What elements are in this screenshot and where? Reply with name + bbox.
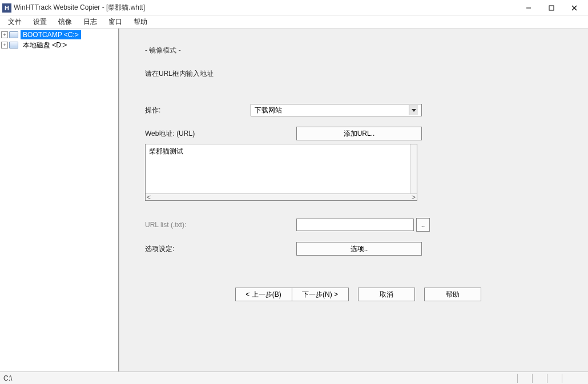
wizard-panel: - 镜像模式 - 请在URL框内输入地址 操作: 下载网站 Web地址: (UR…: [119, 29, 588, 371]
add-url-button[interactable]: 添加URL..: [296, 127, 422, 140]
tree-row-d[interactable]: + 本地磁盘 <D:>: [0, 40, 118, 50]
tree-toggle-icon[interactable]: +: [1, 42, 8, 48]
next-button[interactable]: 下一步(N) >: [292, 288, 349, 301]
menu-help[interactable]: 帮助: [129, 16, 152, 28]
row-options: 选项设定: 选项..: [145, 242, 571, 256]
statusbar: C:\: [0, 371, 588, 384]
url-list-input[interactable]: [296, 219, 414, 231]
menu-file[interactable]: 文件: [3, 16, 26, 28]
status-segment: [532, 374, 547, 383]
options-button[interactable]: 选项..: [296, 242, 422, 256]
row-action: 操作: 下载网站: [145, 104, 571, 116]
app-icon: H: [2, 3, 11, 13]
status-path: C:\: [3, 374, 12, 382]
drive-tree: + BOOTCAMP <C:> + 本地磁盘 <D:>: [0, 29, 119, 371]
titlebar: H WinHTTrack Website Copier - [柴郡猫.whtt]: [0, 0, 588, 16]
help-button[interactable]: 帮助: [424, 288, 481, 301]
tree-row-c[interactable]: + BOOTCAMP <C:>: [0, 30, 118, 40]
svg-marker-4: [412, 109, 416, 112]
status-segment: [562, 374, 585, 383]
drive-icon: [9, 31, 18, 38]
chevron-down-icon: [409, 105, 418, 115]
label-options: 选项设定:: [145, 244, 251, 254]
action-select[interactable]: 下载网站: [251, 104, 422, 116]
label-url-list: URL list (.txt):: [145, 221, 251, 229]
menu-window[interactable]: 窗口: [104, 16, 127, 28]
scrollbar-horizontal[interactable]: <>: [146, 193, 417, 200]
menubar: 文件 设置 镜像 日志 窗口 帮助: [0, 16, 588, 29]
main-area: + BOOTCAMP <C:> + 本地磁盘 <D:> - 镜像模式 - 请在U…: [0, 29, 588, 371]
window-title: WinHTTrack Website Copier - [柴郡猫.whtt]: [14, 3, 145, 13]
cancel-button[interactable]: 取消: [358, 288, 415, 301]
tree-label-c: BOOTCAMP <C:>: [21, 30, 81, 39]
menu-log[interactable]: 日志: [79, 16, 102, 28]
mode-hint: 请在URL框内输入地址: [145, 69, 571, 79]
drive-icon: [9, 42, 18, 48]
status-segment: [547, 374, 562, 383]
menu-settings[interactable]: 设置: [29, 16, 51, 28]
prev-button[interactable]: < 上一步(B): [235, 288, 292, 301]
tree-toggle-icon[interactable]: +: [1, 31, 8, 38]
menu-mirror[interactable]: 镜像: [54, 16, 76, 28]
close-button[interactable]: [563, 0, 586, 16]
label-web-url: Web地址: (URL): [145, 129, 251, 139]
maximize-button[interactable]: [540, 0, 563, 16]
svg-rect-1: [549, 6, 554, 10]
wizard-buttons: < 上一步(B) 下一步(N) > 取消 帮助: [145, 288, 571, 301]
browse-button[interactable]: ..: [416, 218, 430, 232]
status-segments: [517, 374, 585, 383]
row-url-list: URL list (.txt): ..: [145, 218, 571, 232]
minimize-button[interactable]: [517, 0, 540, 16]
tree-label-d: 本地磁盘 <D:>: [21, 40, 69, 51]
status-segment: [517, 374, 532, 383]
mode-title: - 镜像模式 -: [145, 46, 571, 55]
label-action: 操作:: [145, 106, 251, 115]
row-web-url: Web地址: (URL) 添加URL..: [145, 127, 571, 140]
url-textarea-value: 柴郡猫测试: [146, 144, 410, 193]
scrollbar-vertical[interactable]: [410, 144, 417, 193]
window-controls: [517, 0, 586, 16]
url-textarea[interactable]: 柴郡猫测试 <>: [145, 144, 417, 201]
action-select-value: 下载网站: [255, 106, 282, 115]
